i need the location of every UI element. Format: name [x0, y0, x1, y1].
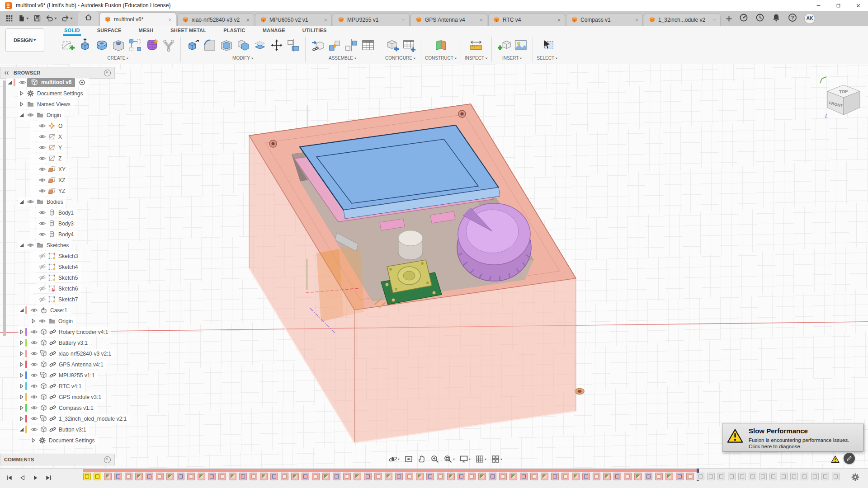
timeline-feature[interactable]: [676, 473, 684, 480]
browser-row[interactable]: GPS module v3:1: [18, 392, 104, 402]
collapse-arrow-icon[interactable]: [18, 307, 25, 314]
timeline-feature[interactable]: [187, 473, 195, 480]
visibility-eye-icon[interactable]: [38, 176, 46, 184]
browser-row[interactable]: Body3: [30, 219, 77, 228]
browser-row[interactable]: Sketch6: [30, 284, 81, 293]
ribbon-group-label[interactable]: INSPECT: [465, 56, 484, 61]
browser-row[interactable]: Document Settings: [18, 89, 86, 98]
document-tab[interactable]: GPS Antenna v4: [410, 13, 487, 26]
help-icon[interactable]: [788, 13, 797, 24]
configuration-table-button[interactable]: [401, 36, 417, 54]
browser-row[interactable]: multitool v6: [6, 78, 89, 87]
grid-and-snaps-button[interactable]: [474, 453, 488, 465]
ribbon-group-label[interactable]: ASSEMBLE: [329, 56, 353, 61]
visibility-eye-icon[interactable]: [30, 393, 38, 401]
browser-panel-header[interactable]: BROWSER: [0, 67, 115, 79]
timeline-feature[interactable]: [541, 473, 548, 480]
app-menu-button[interactable]: [4, 13, 15, 23]
timeline-feature[interactable]: [198, 473, 205, 480]
timeline-feature[interactable]: [156, 473, 164, 480]
timeline-feature[interactable]: [509, 473, 517, 480]
visibility-eye-icon[interactable]: [38, 274, 46, 282]
tab-close-icon[interactable]: [168, 15, 172, 23]
timeline-feature[interactable]: [624, 473, 632, 480]
timeline-feature[interactable]: [208, 473, 216, 480]
visibility-eye-icon[interactable]: [30, 404, 38, 412]
timeline-feature[interactable]: [603, 473, 611, 480]
tab-close-icon[interactable]: [246, 16, 250, 24]
ribbon-tab-plastic[interactable]: PLASTIC: [222, 27, 246, 35]
timeline-feature[interactable]: [302, 473, 309, 480]
browser-row[interactable]: 1_32inch_oled_module v2:1: [18, 414, 130, 423]
expand-arrow-icon[interactable]: [18, 339, 25, 346]
browser-row[interactable]: Compass v1:1: [18, 403, 97, 413]
timeline-feature-suppressed[interactable]: [801, 473, 808, 480]
collapse-arrow-icon[interactable]: [18, 112, 25, 118]
expand-arrow-icon[interactable]: [30, 318, 37, 324]
expand-arrow-icon[interactable]: [18, 415, 25, 422]
bom-table-button[interactable]: [359, 36, 376, 54]
go-to-beginning-button[interactable]: [4, 473, 14, 483]
timeline-feature-selected[interactable]: [94, 473, 101, 480]
browser-row[interactable]: Sketch4: [30, 262, 81, 272]
create-pipe-button[interactable]: [160, 36, 177, 54]
timeline-feature[interactable]: [395, 473, 403, 480]
browser-row[interactable]: MPU9255 v1:1: [18, 371, 98, 380]
3d-viewport[interactable]: [0, 64, 868, 468]
timeline-feature[interactable]: [177, 473, 184, 480]
ribbon-tab-mesh[interactable]: MESH: [138, 27, 155, 35]
visibility-eye-icon[interactable]: [30, 426, 38, 433]
timeline-feature[interactable]: [364, 473, 372, 480]
document-tab[interactable]: 1_32inch...odule v2: [644, 13, 721, 26]
timeline-feature[interactable]: [218, 473, 226, 480]
home-button[interactable]: [78, 11, 99, 26]
browser-row[interactable]: Body4: [30, 230, 77, 239]
timeline-feature-selected[interactable]: [83, 473, 91, 480]
browser-row[interactable]: X: [30, 132, 65, 141]
visibility-eye-icon[interactable]: [30, 339, 38, 347]
timeline-feature-suppressed[interactable]: [728, 473, 736, 480]
measure-button[interactable]: [468, 36, 485, 54]
timeline-feature[interactable]: [250, 473, 257, 480]
zoom-button[interactable]: [429, 453, 441, 465]
ribbon-group-label[interactable]: INSERT: [502, 56, 519, 61]
visibility-eye-icon[interactable]: [38, 187, 46, 195]
ribbon-tab-solid[interactable]: SOLID: [63, 27, 81, 35]
timeline-feature[interactable]: [125, 473, 132, 480]
browser-row[interactable]: YZ: [30, 186, 68, 196]
timeline-feature[interactable]: [146, 473, 153, 480]
move-copy-button[interactable]: [268, 36, 285, 54]
visibility-eye-icon[interactable]: [30, 306, 38, 314]
canvas-button[interactable]: [512, 36, 529, 54]
expand-arrow-icon[interactable]: [18, 404, 25, 411]
new-component-button[interactable]: [309, 36, 326, 54]
expand-arrow-icon[interactable]: [18, 328, 25, 335]
timeline-feature[interactable]: [333, 473, 340, 480]
timeline-feature[interactable]: [104, 473, 112, 480]
pan-button[interactable]: [416, 453, 428, 465]
viewcube-corner-arrow[interactable]: [820, 77, 826, 83]
step-back-button[interactable]: [17, 473, 28, 483]
timeline-feature[interactable]: [572, 473, 580, 480]
expand-arrow-icon[interactable]: [18, 361, 25, 368]
visibility-eye-icon[interactable]: [30, 371, 38, 379]
visibility-eye-icon[interactable]: [30, 328, 38, 336]
timeline-feature[interactable]: [613, 473, 621, 480]
revolve-button[interactable]: [93, 36, 110, 54]
browser-row[interactable]: Named Views: [18, 99, 74, 109]
tab-close-icon[interactable]: [324, 16, 328, 24]
extrude-button[interactable]: [76, 36, 93, 54]
collapse-arrow-icon[interactable]: [6, 79, 13, 86]
timeline-feature[interactable]: [322, 473, 330, 480]
timeline-feature-suppressed[interactable]: [790, 473, 798, 480]
visibility-eye-icon[interactable]: [38, 133, 46, 141]
save-button[interactable]: [32, 13, 43, 23]
combine-button[interactable]: [235, 36, 251, 54]
timeline-feature-suppressed[interactable]: [738, 473, 746, 480]
comments-panel-header[interactable]: COMMENTS: [0, 454, 115, 465]
new-tab-button[interactable]: [723, 14, 735, 24]
ribbon-tab-utilities[interactable]: UTILITIES: [302, 27, 328, 35]
timeline-feature-suppressed[interactable]: [707, 473, 715, 480]
select-button[interactable]: [539, 36, 556, 54]
timeline-feature[interactable]: [312, 473, 320, 480]
